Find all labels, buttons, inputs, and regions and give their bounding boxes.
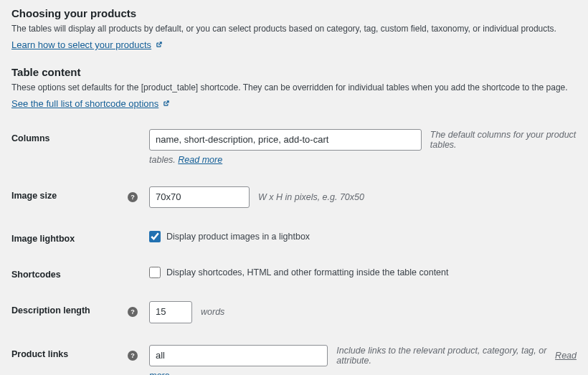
learn-select-products-link[interactable]: Learn how to select your products: [11, 39, 151, 50]
columns-hint-below-prefix: tables.: [149, 155, 178, 165]
shortcodes-label: Shortcodes: [11, 265, 128, 280]
columns-row: Columns The default columns for your pro…: [11, 129, 577, 165]
shortcodes-row: Shortcodes Display shortcodes, HTML and …: [11, 265, 577, 280]
image-lightbox-label: Image lightbox: [11, 229, 128, 244]
help-icon[interactable]: ?: [128, 307, 138, 317]
product-links-hint-inline: Include links to the relevant product, c…: [336, 346, 555, 366]
table-content-heading: Table content: [11, 66, 577, 78]
image-size-hint: W x H in pixels, e.g. 70x50: [258, 192, 364, 202]
product-links-row: Product links ? Include links to the rel…: [11, 345, 577, 375]
choosing-products-desc: The tables will display all products by …: [11, 24, 577, 34]
image-lightbox-cb-label: Display product images in a lightbox: [166, 232, 310, 242]
product-links-read-more-link-inline[interactable]: Read: [555, 351, 577, 361]
columns-read-more-link[interactable]: Read more: [178, 155, 222, 165]
product-links-read-more-link[interactable]: more: [149, 371, 169, 375]
help-icon[interactable]: ?: [128, 192, 138, 202]
columns-hint-inline: The default columns for your product tab…: [430, 130, 577, 150]
image-lightbox-checkbox[interactable]: [149, 231, 161, 242]
product-links-label: Product links: [11, 345, 128, 359]
columns-input[interactable]: [149, 129, 422, 151]
shortcodes-checkbox[interactable]: [149, 267, 161, 278]
image-size-label: Image size: [11, 186, 128, 201]
shortcode-options-link[interactable]: See the full list of shortcode options: [11, 98, 158, 109]
table-content-section: Table content These options set defaults…: [11, 66, 577, 109]
image-size-input[interactable]: [149, 186, 250, 208]
shortcodes-cb-label: Display shortcodes, HTML and other forma…: [166, 267, 449, 277]
external-link-icon: [163, 100, 170, 108]
table-content-desc: These options set defaults for the [prod…: [11, 82, 577, 92]
desc-len-input[interactable]: [149, 301, 192, 323]
choosing-products-heading: Choosing your products: [11, 7, 577, 19]
image-lightbox-row: Image lightbox Display product images in…: [11, 229, 577, 244]
columns-label: Columns: [11, 129, 128, 143]
product-links-input[interactable]: [149, 345, 328, 366]
desc-len-row: Description length ? words: [11, 301, 577, 323]
choosing-products-section: Choosing your products The tables will d…: [11, 7, 577, 50]
image-size-row: Image size ? W x H in pixels, e.g. 70x50: [11, 186, 577, 208]
help-icon[interactable]: ?: [128, 351, 138, 361]
external-link-icon: [156, 41, 163, 49]
desc-len-hint: words: [201, 307, 224, 317]
desc-len-label: Description length: [11, 301, 128, 315]
